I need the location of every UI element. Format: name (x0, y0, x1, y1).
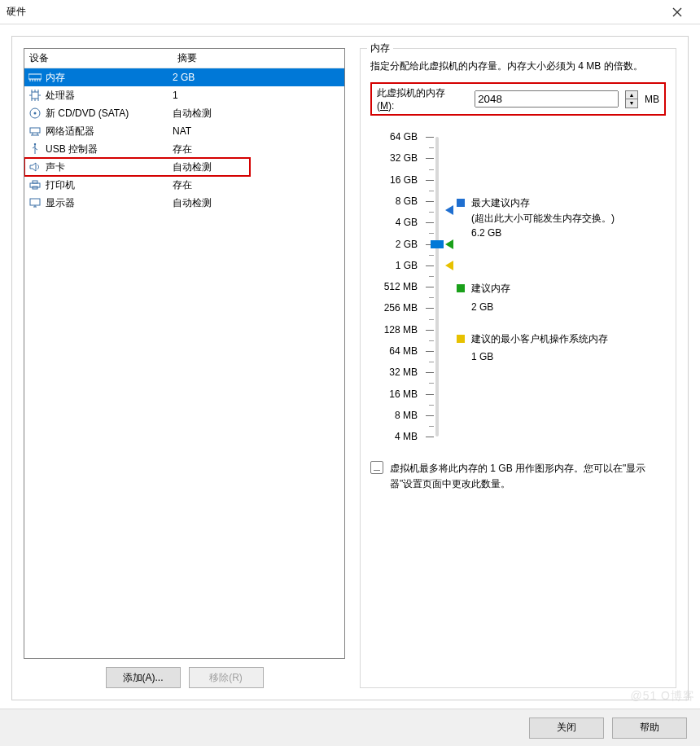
device-name: 新 CD/DVD (SATA) (46, 107, 173, 121)
svg-rect-9 (30, 199, 40, 205)
device-summary: 自动检测 (173, 196, 344, 210)
window-title: 硬件 (7, 5, 26, 19)
tick-mark (426, 415, 434, 416)
tick-mark-minor (429, 405, 434, 406)
sound-icon (28, 160, 42, 174)
memory-desc: 指定分配给此虚拟机的内存量。内存大小必须为 4 MB 的倍数。 (370, 59, 666, 74)
tick-mark-minor (429, 212, 434, 213)
svg-point-3 (34, 112, 37, 115)
tick-mark (426, 437, 434, 437)
tick-label: 8 MB (395, 410, 418, 421)
slider-track (435, 137, 439, 437)
tick-mark (426, 351, 434, 352)
display-icon (28, 195, 42, 210)
dialog-bottom-bar: 关闭 帮助 (0, 709, 700, 746)
tick-label: 256 MB (384, 302, 418, 314)
min-marker-icon (445, 261, 453, 270)
tick-mark (426, 137, 434, 138)
network-icon (28, 124, 42, 138)
tick-mark (426, 158, 434, 159)
tick-mark (426, 287, 434, 287)
help-button[interactable]: 帮助 (612, 717, 687, 739)
device-summary: 存在 (173, 143, 344, 156)
tick-mark (426, 180, 434, 181)
tick-mark-minor (429, 276, 434, 277)
min-title: 建议的最小客户机操作系统内存 (471, 331, 666, 347)
device-panel: 设备 摘要 内存2 GB处理器1新 CD/DVD (SATA)自动检测网络适配器… (24, 48, 345, 688)
disc-icon (28, 106, 42, 121)
spinner-up-icon[interactable]: ▲ (626, 91, 637, 100)
memory-input-label: 此虚拟机的内存(M): (377, 86, 462, 112)
memory-spinner[interactable]: ▲ ▼ (625, 90, 638, 108)
device-name: 处理器 (46, 89, 173, 103)
tick-mark (426, 330, 434, 331)
close-button[interactable]: 关闭 (529, 717, 604, 739)
max-title: 最大建议内存 (471, 195, 666, 211)
display-note-icon (370, 461, 383, 474)
memory-input[interactable] (475, 90, 619, 108)
min-legend-item: 建议的最小客户机操作系统内存1 GB (471, 331, 666, 365)
spinner-down-icon[interactable]: ▼ (626, 99, 637, 108)
usb-icon (28, 142, 42, 156)
add-button-label: 添加(A)... (123, 671, 164, 685)
graphics-memory-note-text: 虚拟机最多将此内存的 1 GB 用作图形内存。您可以在"显示器"设置页面中更改此… (390, 461, 666, 492)
slider-thumb[interactable] (431, 240, 444, 248)
tick-mark-minor (429, 233, 434, 234)
col-header-device[interactable]: 设备 (24, 49, 173, 68)
tick-mark-minor (429, 383, 434, 384)
tick-mark-minor (429, 362, 434, 362)
svg-rect-7 (33, 181, 37, 183)
tick-label: 2 GB (396, 239, 418, 250)
memory-slider[interactable] (424, 132, 450, 441)
titlebar: 硬件 (0, 0, 700, 24)
remove-button: 移除(R) (189, 667, 264, 688)
max-legend-square-icon (457, 199, 465, 207)
tick-mark-minor (429, 297, 434, 298)
tick-mark-minor (429, 340, 434, 341)
min-value: 1 GB (471, 349, 666, 365)
rec-legend-item: 建议内存2 GB (471, 281, 666, 314)
memory-unit: MB (645, 94, 659, 105)
device-name: 打印机 (46, 178, 173, 192)
close-button-label: 关闭 (557, 721, 576, 735)
memory-slider-area: 64 GB32 GB16 GB8 GB4 GB2 GB1 GB512 MB256… (370, 132, 666, 441)
graphics-memory-note: 虚拟机最多将此内存的 1 GB 用作图形内存。您可以在"显示器"设置页面中更改此… (370, 461, 666, 492)
tick-label: 32 GB (390, 152, 418, 164)
device-summary: 存在 (173, 178, 344, 192)
tick-mark-minor (429, 426, 434, 427)
device-row[interactable]: USB 控制器存在 (24, 140, 344, 158)
tick-mark-minor (429, 191, 434, 191)
device-name: 显示器 (46, 196, 173, 210)
device-row[interactable]: 网络适配器NAT (24, 122, 344, 140)
device-row[interactable]: 内存2 GB (24, 68, 344, 86)
device-name: 内存 (46, 71, 173, 85)
svg-rect-0 (28, 74, 42, 79)
device-row[interactable]: 打印机存在 (24, 176, 344, 194)
col-header-summary[interactable]: 摘要 (173, 49, 344, 68)
tick-label: 512 MB (384, 281, 418, 292)
close-icon[interactable] (661, 1, 693, 24)
memory-legend-col: 最大建议内存(超出此大小可能发生内存交换。)6.2 GB建议内存2 GB建议的最… (453, 132, 666, 441)
tick-mark-minor (429, 169, 434, 170)
tick-mark-minor (429, 147, 434, 148)
tick-mark-minor (429, 255, 434, 256)
tick-label: 64 GB (390, 131, 418, 143)
tick-mark (426, 372, 434, 373)
tick-label: 16 MB (389, 388, 418, 400)
tick-mark (426, 394, 434, 395)
tick-label: 128 MB (384, 324, 418, 336)
remove-button-label: 移除(R) (209, 671, 243, 685)
device-row[interactable]: 显示器自动检测 (24, 194, 344, 212)
rec-legend-square-icon (457, 284, 465, 292)
tick-mark (426, 201, 434, 202)
add-button[interactable]: 添加(A)... (106, 667, 181, 688)
device-summary: 2 GB (173, 72, 344, 83)
device-name: USB 控制器 (46, 143, 173, 156)
svg-rect-1 (32, 92, 38, 99)
device-row[interactable]: 声卡自动检测 (24, 158, 344, 176)
device-row[interactable]: 新 CD/DVD (SATA)自动检测 (24, 104, 344, 122)
device-table: 设备 摘要 内存2 GB处理器1新 CD/DVD (SATA)自动检测网络适配器… (24, 48, 345, 659)
max-legend-item: 最大建议内存(超出此大小可能发生内存交换。)6.2 GB (471, 195, 666, 241)
tick-label: 4 MB (395, 431, 418, 442)
device-row[interactable]: 处理器1 (24, 86, 344, 104)
